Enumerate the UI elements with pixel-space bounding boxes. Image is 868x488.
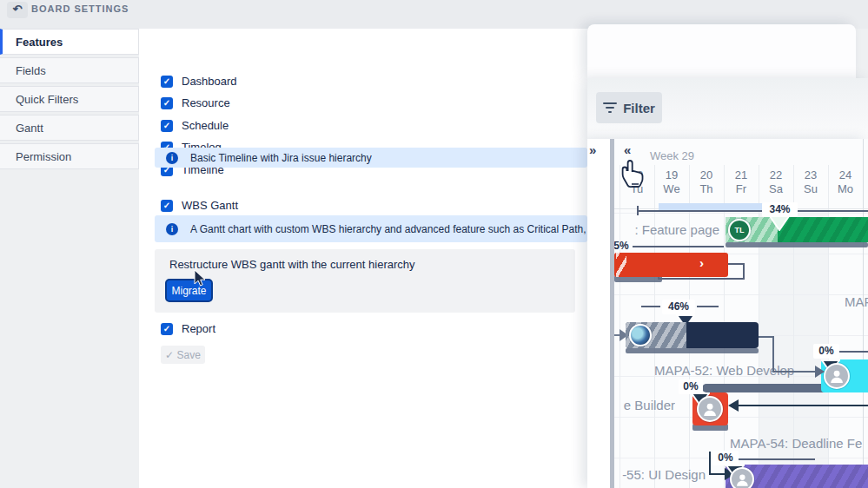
dependency-line — [709, 452, 711, 475]
checkbox-wbs-gantt[interactable]: ✓ — [161, 200, 173, 212]
person-icon — [735, 472, 750, 487]
undo-button[interactable]: ↶ — [7, 2, 28, 18]
sidebar-item-label: Fields — [16, 64, 46, 77]
progress-label: 46% — [662, 300, 695, 314]
chevron-right-icon: › — [699, 255, 704, 270]
task-label: -55: UI Design — [614, 467, 706, 482]
avatar-car[interactable] — [629, 324, 652, 346]
dependency-arrow-icon — [728, 399, 739, 412]
sidebar-item-label: Quick Filters — [16, 93, 78, 106]
checkbox-label: Schedule — [182, 119, 229, 132]
bar-done-portion — [616, 253, 626, 277]
baseline-plan-strip — [659, 203, 766, 210]
sidebar-item-label: Features — [16, 36, 63, 49]
settings-sidebar: Features Fields Quick Filters Gantt Perm… — [0, 29, 139, 488]
migrate-panel-text: Restructure WBS gantt with the current h… — [169, 258, 415, 271]
dependency-line — [772, 336, 774, 373]
feature-row-report: ✓ Report — [161, 322, 215, 335]
check-icon: ✓ — [163, 76, 170, 86]
sidebar-item-features[interactable]: Features — [0, 29, 139, 55]
feature-row-resource: ✓ Resource — [161, 96, 230, 109]
check-icon: ✓ — [163, 324, 170, 333]
check-icon: ✓ — [165, 349, 174, 361]
wbs-info-banner: i A Gantt chart with custom WBS hierarch… — [155, 215, 587, 242]
migrate-panel: Restructure WBS gantt with the current h… — [155, 249, 575, 313]
check-icon: ✓ — [163, 201, 170, 210]
person-icon — [702, 401, 718, 417]
progress-line — [739, 458, 815, 460]
day-header: 21Fr — [724, 168, 759, 196]
day-header: 18Tu — [620, 168, 654, 196]
filter-button-label: Filter — [623, 101, 655, 115]
settings-content: ✓ Dashboard ✓ Resource ✓ Schedule ✓ Time… — [139, 29, 587, 488]
progress-label: 5% — [614, 239, 632, 254]
bar-remaining-portion — [778, 217, 868, 242]
banner-text: Basic Timeline with Jira issue hierarchy — [190, 152, 372, 164]
avatar-person[interactable] — [697, 396, 723, 422]
dependency-line — [772, 371, 817, 373]
bar-shadow — [626, 348, 759, 353]
gantt-timeline: « Week 29 18Tu 19We 20Th 21Fr 22Sa 23Su … — [614, 139, 868, 488]
timeline-info-banner: i Basic Timeline with Jira issue hierarc… — [155, 148, 587, 168]
feature-row-dashboard: ✓ Dashboard — [161, 75, 237, 88]
checkbox-resource[interactable]: ✓ — [161, 97, 173, 109]
save-button[interactable]: ✓ Save — [161, 346, 205, 364]
checkbox-dashboard[interactable]: ✓ — [161, 76, 173, 88]
info-icon: i — [166, 223, 178, 235]
checkbox-label: Resource — [182, 96, 230, 109]
task-label: MAPA-54: Deadline Fe — [730, 436, 868, 451]
bar-shadow — [726, 242, 868, 247]
day-header: 24Mo — [828, 168, 863, 196]
dependency-line — [735, 405, 868, 406]
avatar-tl[interactable]: TL — [728, 219, 751, 241]
task-label: e Builder — [614, 398, 675, 412]
checkbox-schedule[interactable]: ✓ — [161, 120, 173, 132]
baseline-line — [637, 210, 868, 212]
sidebar-item-fields[interactable]: Fields — [0, 57, 139, 83]
avatar-person[interactable] — [730, 467, 754, 488]
gantt-bar-red-task[interactable]: › — [614, 253, 728, 277]
progress-label: 0% — [679, 379, 703, 394]
progress-pointer-icon — [769, 215, 790, 231]
gantt-window-header — [587, 24, 856, 78]
progress-label: 0% — [813, 344, 839, 359]
sidebar-item-label: Permission — [16, 150, 71, 163]
sidebar-item-label: Gantt — [16, 122, 43, 135]
progress-line — [697, 306, 719, 307]
day-header: 22Sa — [759, 168, 793, 196]
undo-icon: ↶ — [13, 3, 23, 16]
gantt-toolbar: Filter — [587, 78, 868, 139]
feature-row-schedule: ✓ Schedule — [161, 119, 229, 132]
gantt-body: » « Week 29 18Tu 19We 20Th 21Fr 22Sa 23S… — [587, 139, 868, 488]
page-title: BOARD SETTINGS — [31, 3, 129, 14]
person-icon — [829, 368, 845, 384]
info-icon: i — [166, 152, 178, 164]
check-icon: ✓ — [163, 98, 170, 108]
expand-panel-icon[interactable]: » — [589, 142, 594, 157]
baseline-tick — [637, 206, 639, 215]
progress-label: 0% — [712, 451, 739, 465]
day-header: 23Su — [793, 168, 828, 196]
gantt-left-gutter: » — [587, 139, 610, 488]
feature-row-wbs-gantt: ✓ WBS Gantt — [161, 199, 238, 212]
task-label: : Feature page — [614, 222, 719, 237]
checkbox-label: Dashboard — [182, 75, 237, 88]
app-root: { "icons": { "undo": "↶", "check": "✓", … — [0, 0, 868, 488]
progress-line — [839, 351, 868, 353]
collapse-timeline-icon[interactable]: « — [624, 142, 629, 157]
day-header: 19We — [654, 168, 689, 196]
migrate-button[interactable]: Migrate — [165, 279, 213, 302]
week-label: Week 29 — [650, 149, 694, 162]
sidebar-item-permission[interactable]: Permission — [0, 143, 139, 169]
filter-button[interactable]: Filter — [596, 92, 662, 123]
sidebar-item-gantt[interactable]: Gantt — [0, 115, 139, 141]
day-header: 20Th — [689, 168, 724, 196]
checkbox-label: Report — [182, 322, 215, 335]
progress-line — [641, 306, 660, 307]
avatar-person[interactable] — [824, 363, 850, 389]
gantt-overlay-window: Filter » « Week 29 18T — [587, 24, 868, 488]
check-icon: ✓ — [163, 121, 170, 130]
sidebar-item-quick-filters[interactable]: Quick Filters — [0, 86, 139, 112]
progress-line — [633, 246, 724, 247]
checkbox-report[interactable]: ✓ — [161, 323, 173, 335]
